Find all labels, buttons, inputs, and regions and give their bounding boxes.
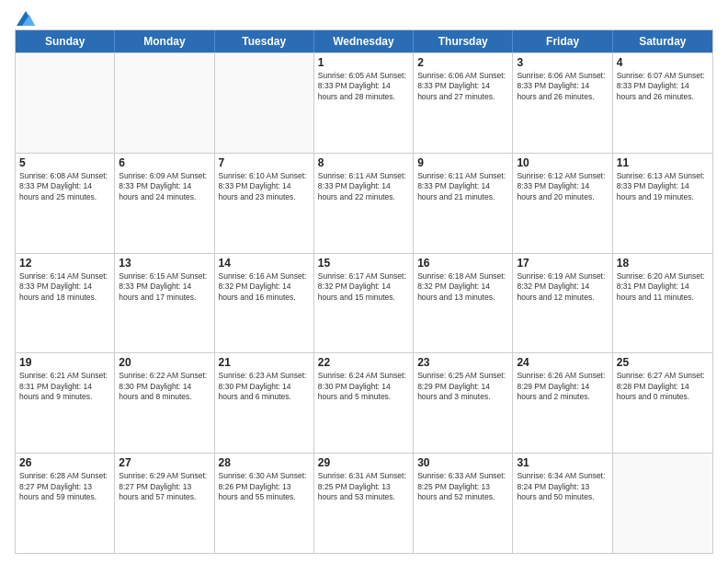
day-number: 28 bbox=[219, 456, 310, 469]
day-number: 31 bbox=[517, 456, 608, 469]
weekday-header-tuesday: Tuesday bbox=[215, 30, 314, 52]
day-cell-13: 13Sunrise: 6:15 AM Sunset: 8:33 PM Dayli… bbox=[115, 254, 214, 353]
day-info: Sunrise: 6:16 AM Sunset: 8:32 PM Dayligh… bbox=[219, 271, 310, 303]
weekday-header-saturday: Saturday bbox=[613, 30, 712, 52]
day-cell-29: 29Sunrise: 6:31 AM Sunset: 8:25 PM Dayli… bbox=[314, 454, 414, 553]
day-number: 13 bbox=[119, 257, 210, 270]
day-number: 11 bbox=[617, 156, 709, 169]
weekday-header-friday: Friday bbox=[513, 30, 612, 52]
day-cell-3: 3Sunrise: 6:06 AM Sunset: 8:33 PM Daylig… bbox=[513, 53, 612, 153]
weekday-header-monday: Monday bbox=[115, 30, 214, 52]
day-cell-18: 18Sunrise: 6:20 AM Sunset: 8:31 PM Dayli… bbox=[613, 254, 712, 353]
day-info: Sunrise: 6:10 AM Sunset: 8:33 PM Dayligh… bbox=[219, 171, 310, 202]
day-number: 16 bbox=[417, 257, 508, 270]
day-info: Sunrise: 6:23 AM Sunset: 8:30 PM Dayligh… bbox=[219, 371, 310, 402]
day-number: 2 bbox=[417, 56, 508, 69]
day-cell-20: 20Sunrise: 6:22 AM Sunset: 8:30 PM Dayli… bbox=[115, 353, 214, 453]
day-number: 19 bbox=[19, 356, 110, 369]
day-info: Sunrise: 6:22 AM Sunset: 8:30 PM Dayligh… bbox=[119, 371, 210, 402]
day-number: 22 bbox=[318, 356, 409, 369]
empty-cell bbox=[115, 53, 214, 153]
day-info: Sunrise: 6:11 AM Sunset: 8:33 PM Dayligh… bbox=[417, 171, 508, 202]
day-cell-12: 12Sunrise: 6:14 AM Sunset: 8:33 PM Dayli… bbox=[16, 254, 115, 353]
day-info: Sunrise: 6:15 AM Sunset: 8:33 PM Dayligh… bbox=[119, 271, 210, 303]
day-info: Sunrise: 6:31 AM Sunset: 8:25 PM Dayligh… bbox=[318, 471, 409, 502]
weekday-header-thursday: Thursday bbox=[414, 30, 513, 52]
day-cell-21: 21Sunrise: 6:23 AM Sunset: 8:30 PM Dayli… bbox=[215, 353, 314, 453]
day-info: Sunrise: 6:17 AM Sunset: 8:32 PM Dayligh… bbox=[318, 271, 409, 303]
day-info: Sunrise: 6:27 AM Sunset: 8:28 PM Dayligh… bbox=[617, 371, 709, 402]
day-cell-27: 27Sunrise: 6:29 AM Sunset: 8:27 PM Dayli… bbox=[115, 454, 214, 553]
day-cell-28: 28Sunrise: 6:30 AM Sunset: 8:26 PM Dayli… bbox=[215, 454, 314, 553]
day-number: 26 bbox=[19, 456, 110, 469]
day-cell-25: 25Sunrise: 6:27 AM Sunset: 8:28 PM Dayli… bbox=[613, 353, 712, 453]
day-info: Sunrise: 6:30 AM Sunset: 8:26 PM Dayligh… bbox=[219, 471, 310, 502]
day-cell-2: 2Sunrise: 6:06 AM Sunset: 8:33 PM Daylig… bbox=[414, 53, 513, 153]
day-cell-10: 10Sunrise: 6:12 AM Sunset: 8:33 PM Dayli… bbox=[513, 154, 612, 253]
day-number: 20 bbox=[119, 356, 210, 369]
day-cell-1: 1Sunrise: 6:05 AM Sunset: 8:33 PM Daylig… bbox=[314, 53, 414, 153]
day-cell-7: 7Sunrise: 6:10 AM Sunset: 8:33 PM Daylig… bbox=[215, 154, 314, 253]
day-cell-17: 17Sunrise: 6:19 AM Sunset: 8:32 PM Dayli… bbox=[513, 254, 612, 353]
day-number: 3 bbox=[517, 56, 608, 69]
day-number: 10 bbox=[517, 156, 608, 169]
day-number: 25 bbox=[617, 356, 709, 369]
day-number: 17 bbox=[517, 257, 608, 270]
day-number: 8 bbox=[318, 156, 409, 169]
calendar-body: 1Sunrise: 6:05 AM Sunset: 8:33 PM Daylig… bbox=[16, 52, 712, 553]
day-info: Sunrise: 6:06 AM Sunset: 8:33 PM Dayligh… bbox=[517, 71, 608, 102]
day-info: Sunrise: 6:25 AM Sunset: 8:29 PM Dayligh… bbox=[417, 371, 508, 402]
day-info: Sunrise: 6:12 AM Sunset: 8:33 PM Dayligh… bbox=[517, 171, 608, 202]
week-row-1: 1Sunrise: 6:05 AM Sunset: 8:33 PM Daylig… bbox=[16, 52, 712, 153]
calendar-header: SundayMondayTuesdayWednesdayThursdayFrid… bbox=[16, 30, 712, 52]
day-info: Sunrise: 6:11 AM Sunset: 8:33 PM Dayligh… bbox=[318, 171, 409, 202]
day-cell-9: 9Sunrise: 6:11 AM Sunset: 8:33 PM Daylig… bbox=[414, 154, 513, 253]
day-number: 14 bbox=[219, 257, 310, 270]
day-info: Sunrise: 6:33 AM Sunset: 8:25 PM Dayligh… bbox=[417, 471, 508, 502]
day-info: Sunrise: 6:24 AM Sunset: 8:30 PM Dayligh… bbox=[318, 371, 409, 402]
day-cell-4: 4Sunrise: 6:07 AM Sunset: 8:33 PM Daylig… bbox=[613, 53, 712, 153]
day-info: Sunrise: 6:07 AM Sunset: 8:33 PM Dayligh… bbox=[617, 71, 709, 102]
day-info: Sunrise: 6:05 AM Sunset: 8:33 PM Dayligh… bbox=[318, 71, 409, 102]
day-info: Sunrise: 6:19 AM Sunset: 8:32 PM Dayligh… bbox=[517, 271, 608, 303]
day-cell-30: 30Sunrise: 6:33 AM Sunset: 8:25 PM Dayli… bbox=[414, 454, 513, 553]
day-cell-19: 19Sunrise: 6:21 AM Sunset: 8:31 PM Dayli… bbox=[16, 353, 115, 453]
day-cell-15: 15Sunrise: 6:17 AM Sunset: 8:32 PM Dayli… bbox=[314, 254, 414, 353]
day-info: Sunrise: 6:09 AM Sunset: 8:33 PM Dayligh… bbox=[119, 171, 210, 202]
day-number: 12 bbox=[19, 257, 110, 270]
week-row-2: 5Sunrise: 6:08 AM Sunset: 8:33 PM Daylig… bbox=[16, 153, 712, 253]
day-cell-24: 24Sunrise: 6:26 AM Sunset: 8:29 PM Dayli… bbox=[513, 353, 612, 453]
day-number: 27 bbox=[119, 456, 210, 469]
logo bbox=[15, 11, 35, 22]
day-number: 24 bbox=[517, 356, 608, 369]
day-number: 29 bbox=[318, 456, 409, 469]
day-info: Sunrise: 6:34 AM Sunset: 8:24 PM Dayligh… bbox=[517, 471, 608, 502]
day-cell-31: 31Sunrise: 6:34 AM Sunset: 8:24 PM Dayli… bbox=[513, 454, 612, 553]
day-number: 15 bbox=[318, 257, 409, 270]
day-info: Sunrise: 6:28 AM Sunset: 8:27 PM Dayligh… bbox=[19, 471, 110, 502]
page: SundayMondayTuesdayWednesdayThursdayFrid… bbox=[0, 0, 728, 563]
day-info: Sunrise: 6:18 AM Sunset: 8:32 PM Dayligh… bbox=[417, 271, 508, 303]
day-number: 30 bbox=[417, 456, 508, 469]
empty-cell bbox=[215, 53, 314, 153]
empty-cell bbox=[613, 454, 712, 553]
day-number: 6 bbox=[119, 156, 210, 169]
day-number: 5 bbox=[19, 156, 110, 169]
day-number: 9 bbox=[417, 156, 508, 169]
day-info: Sunrise: 6:14 AM Sunset: 8:33 PM Dayligh… bbox=[19, 271, 110, 303]
day-cell-26: 26Sunrise: 6:28 AM Sunset: 8:27 PM Dayli… bbox=[16, 454, 115, 553]
day-info: Sunrise: 6:26 AM Sunset: 8:29 PM Dayligh… bbox=[517, 371, 608, 402]
day-cell-5: 5Sunrise: 6:08 AM Sunset: 8:33 PM Daylig… bbox=[16, 154, 115, 253]
day-number: 21 bbox=[219, 356, 310, 369]
week-row-5: 26Sunrise: 6:28 AM Sunset: 8:27 PM Dayli… bbox=[16, 453, 712, 553]
calendar: SundayMondayTuesdayWednesdayThursdayFrid… bbox=[15, 29, 713, 554]
day-cell-8: 8Sunrise: 6:11 AM Sunset: 8:33 PM Daylig… bbox=[314, 154, 414, 253]
day-number: 1 bbox=[318, 56, 409, 69]
day-number: 7 bbox=[219, 156, 310, 169]
weekday-header-wednesday: Wednesday bbox=[314, 30, 414, 52]
day-number: 23 bbox=[417, 356, 508, 369]
day-info: Sunrise: 6:29 AM Sunset: 8:27 PM Dayligh… bbox=[119, 471, 210, 502]
day-cell-11: 11Sunrise: 6:13 AM Sunset: 8:33 PM Dayli… bbox=[613, 154, 712, 253]
day-cell-16: 16Sunrise: 6:18 AM Sunset: 8:32 PM Dayli… bbox=[414, 254, 513, 353]
day-number: 4 bbox=[617, 56, 709, 69]
